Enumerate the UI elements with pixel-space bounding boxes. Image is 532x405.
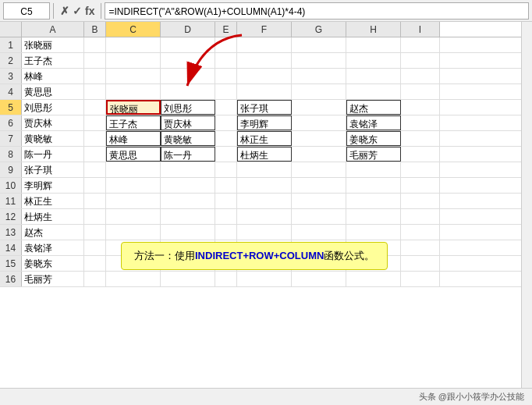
- cell-h7[interactable]: 姜晓东: [346, 131, 401, 146]
- cell-e7[interactable]: [215, 131, 237, 146]
- cell-e4[interactable]: [215, 84, 237, 99]
- cell-h12[interactable]: [346, 209, 401, 224]
- cell-a2[interactable]: 王子杰: [22, 53, 84, 68]
- cell-d5[interactable]: 刘思彤: [161, 100, 215, 115]
- cell-e2[interactable]: [215, 53, 237, 68]
- cell-a1[interactable]: 张晓丽: [22, 37, 84, 52]
- cell-f8[interactable]: 杜炳生: [237, 147, 292, 162]
- cell-g1[interactable]: [292, 37, 346, 52]
- cell-c7[interactable]: 林峰: [106, 131, 161, 146]
- cell-g3[interactable]: [292, 69, 346, 83]
- cell-c9[interactable]: [106, 162, 161, 177]
- cell-h6[interactable]: 袁铭泽: [346, 115, 401, 130]
- cell-b2[interactable]: [84, 53, 106, 68]
- cell-c3[interactable]: [106, 69, 161, 83]
- cell-h1[interactable]: [346, 37, 401, 52]
- cell-e5[interactable]: [215, 100, 237, 115]
- cell-b4[interactable]: [84, 84, 106, 99]
- cell-d13[interactable]: [161, 225, 215, 240]
- fx-icon[interactable]: fx: [85, 5, 94, 17]
- col-header-d[interactable]: D: [161, 22, 215, 37]
- cell-f11[interactable]: [237, 194, 292, 208]
- cell-b16[interactable]: [84, 272, 106, 286]
- cell-g16[interactable]: [292, 272, 346, 286]
- cell-a13[interactable]: 赵杰: [22, 225, 84, 240]
- cell-i11[interactable]: [401, 194, 440, 208]
- cell-c1[interactable]: [106, 37, 161, 52]
- cell-d3[interactable]: [161, 69, 215, 83]
- cell-b10[interactable]: [84, 178, 106, 193]
- cell-i4[interactable]: [401, 84, 440, 99]
- cell-a9[interactable]: 张子琪: [22, 162, 84, 177]
- cell-d16[interactable]: [161, 272, 215, 286]
- cell-f4[interactable]: [237, 84, 292, 99]
- cell-a7[interactable]: 黄晓敏: [22, 131, 84, 146]
- cell-i1[interactable]: [401, 37, 440, 52]
- cell-a16[interactable]: 毛丽芳: [22, 272, 84, 286]
- cell-a12[interactable]: 杜炳生: [22, 209, 84, 224]
- formula-input[interactable]: =INDIRECT("A"&ROW(A1)+COLUMN(A1)*4-4): [105, 2, 529, 20]
- cell-i2[interactable]: [401, 53, 440, 68]
- cell-a15[interactable]: 姜晓东: [22, 256, 84, 271]
- cell-b12[interactable]: [84, 209, 106, 224]
- col-header-i[interactable]: I: [401, 22, 440, 37]
- cell-h2[interactable]: [346, 53, 401, 68]
- cell-i12[interactable]: [401, 209, 440, 224]
- confirm-icon[interactable]: ✓: [73, 5, 82, 17]
- cell-d12[interactable]: [161, 209, 215, 224]
- cell-g13[interactable]: [292, 225, 346, 240]
- cell-i5[interactable]: [401, 100, 440, 115]
- cell-e11[interactable]: [215, 194, 237, 208]
- cell-b6[interactable]: [84, 115, 106, 130]
- cell-i9[interactable]: [401, 162, 440, 177]
- cell-a6[interactable]: 贾庆林: [22, 115, 84, 130]
- cell-d7[interactable]: 黄晓敏: [161, 131, 215, 146]
- cell-d6[interactable]: 贾庆林: [161, 115, 215, 130]
- cell-f16[interactable]: [237, 272, 292, 286]
- cell-d8[interactable]: 陈一丹: [161, 147, 215, 162]
- cell-h4[interactable]: [346, 84, 401, 99]
- cell-d2[interactable]: [161, 53, 215, 68]
- col-header-a[interactable]: A: [22, 22, 84, 37]
- cell-c5[interactable]: 张晓丽: [106, 100, 161, 115]
- cell-i7[interactable]: [401, 131, 440, 146]
- cell-d10[interactable]: [161, 178, 215, 193]
- cell-i13[interactable]: [401, 225, 440, 240]
- cell-b3[interactable]: [84, 69, 106, 83]
- cell-g11[interactable]: [292, 194, 346, 208]
- cell-i14[interactable]: [401, 240, 440, 255]
- cell-e16[interactable]: [215, 272, 237, 286]
- cell-e10[interactable]: [215, 178, 237, 193]
- cell-d4[interactable]: [161, 84, 215, 99]
- cell-i3[interactable]: [401, 69, 440, 83]
- cell-b7[interactable]: [84, 131, 106, 146]
- cell-h16[interactable]: [346, 272, 401, 286]
- cell-i8[interactable]: [401, 147, 440, 162]
- cell-c11[interactable]: [106, 194, 161, 208]
- cell-g7[interactable]: [292, 131, 346, 146]
- cell-a14[interactable]: 袁铭泽: [22, 240, 84, 255]
- cell-c13[interactable]: [106, 225, 161, 240]
- cell-c8[interactable]: 黄思思: [106, 147, 161, 162]
- cell-f3[interactable]: [237, 69, 292, 83]
- cell-b5[interactable]: [84, 100, 106, 115]
- col-header-c[interactable]: C: [106, 22, 161, 37]
- cell-c2[interactable]: [106, 53, 161, 68]
- cell-a4[interactable]: 黄思思: [22, 84, 84, 99]
- cell-b15[interactable]: [84, 256, 106, 271]
- cell-b1[interactable]: [84, 37, 106, 52]
- col-header-b[interactable]: B: [84, 22, 106, 37]
- cell-e13[interactable]: [215, 225, 237, 240]
- cell-h9[interactable]: [346, 162, 401, 177]
- cell-h8[interactable]: 毛丽芳: [346, 147, 401, 162]
- cell-c4[interactable]: [106, 84, 161, 99]
- col-header-h[interactable]: H: [346, 22, 401, 37]
- cell-a5[interactable]: 刘思彤: [22, 100, 84, 115]
- cell-d1[interactable]: [161, 37, 215, 52]
- cell-b9[interactable]: [84, 162, 106, 177]
- col-header-e[interactable]: E: [215, 22, 237, 37]
- cell-h3[interactable]: [346, 69, 401, 83]
- cell-a8[interactable]: 陈一丹: [22, 147, 84, 162]
- cell-e1[interactable]: [215, 37, 237, 52]
- cell-g5[interactable]: [292, 100, 346, 115]
